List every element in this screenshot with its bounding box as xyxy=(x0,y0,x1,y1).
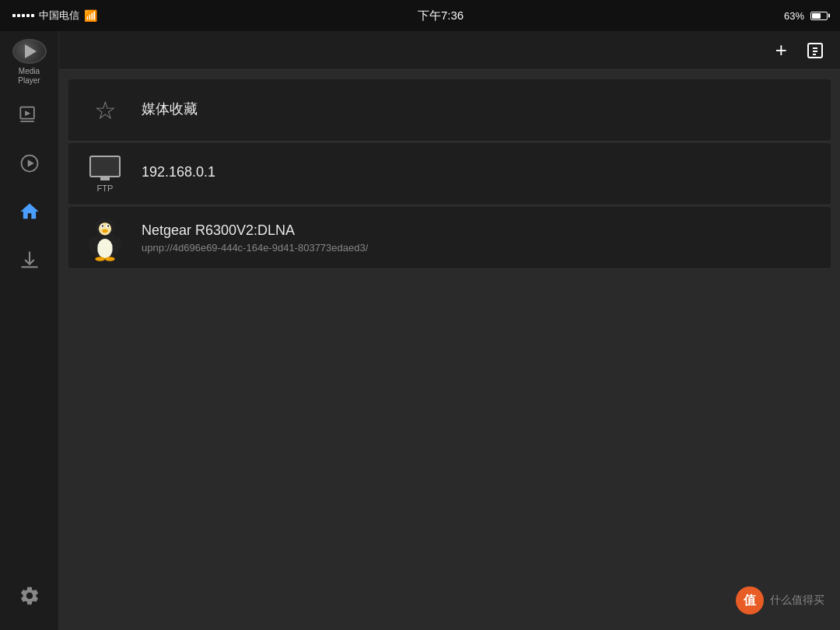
list-item-favorites[interactable]: ☆ 媒体收藏 xyxy=(68,79,831,142)
list-item-ftp[interactable]: FTP 192.168.0.1 xyxy=(68,143,831,205)
ftp-text: 192.168.0.1 xyxy=(142,164,815,184)
settings-icon xyxy=(19,585,40,607)
svg-point-16 xyxy=(102,225,103,226)
watermark: 值 什么值得买 xyxy=(736,586,824,614)
edit-icon xyxy=(806,41,824,60)
svg-point-17 xyxy=(107,225,109,226)
monitor-icon xyxy=(89,156,121,177)
logo-circle xyxy=(12,39,47,64)
status-left: 中国电信 📶 xyxy=(12,9,97,23)
network-icon xyxy=(19,201,40,222)
sidebar: MediaPlayer xyxy=(0,31,59,630)
ftp-label: FTP xyxy=(97,184,114,193)
ftp-title: 192.168.0.1 xyxy=(142,164,815,180)
signal-icon xyxy=(12,14,34,17)
wifi-icon: 📶 xyxy=(84,9,97,22)
ftp-icon-container: FTP xyxy=(84,153,126,195)
battery-icon xyxy=(810,12,828,20)
dlna-subtitle: upnp://4d696e69-444c-164e-9d41-803773eda… xyxy=(142,242,815,254)
play-icon xyxy=(25,44,37,58)
toolbar: + xyxy=(59,31,840,70)
svg-marker-1 xyxy=(25,110,30,116)
status-bar: 中国电信 📶 下午7:36 63% xyxy=(0,0,840,31)
main-content: + ☆ 媒体收藏 FTP xyxy=(59,31,840,630)
dlna-title: Netgear R6300V2:DLNA xyxy=(142,222,815,239)
app-name-label: MediaPlayer xyxy=(18,67,40,86)
svg-point-11 xyxy=(97,238,113,257)
svg-marker-4 xyxy=(27,159,33,166)
sidebar-item-now-playing[interactable] xyxy=(8,93,51,137)
download-icon xyxy=(19,249,40,271)
svg-point-13 xyxy=(99,222,111,235)
add-button[interactable]: + xyxy=(775,38,787,62)
sidebar-item-download[interactable] xyxy=(8,238,51,282)
dlna-text: Netgear R6300V2:DLNA upnp://4d696e69-444… xyxy=(142,222,815,254)
carrier-label: 中国电信 xyxy=(39,9,79,23)
tux-icon xyxy=(84,213,126,263)
tux-icon-container xyxy=(84,217,126,259)
app-logo: MediaPlayer xyxy=(8,39,51,86)
sidebar-item-network[interactable] xyxy=(8,190,51,233)
star-icon: ☆ xyxy=(94,96,117,125)
svg-point-21 xyxy=(95,257,105,261)
status-right: 63% xyxy=(784,10,828,22)
favorites-icon-container: ☆ xyxy=(84,89,126,131)
content-area: ☆ 媒体收藏 FTP 192.168.0.1 xyxy=(59,70,840,630)
sidebar-item-settings[interactable] xyxy=(8,574,51,618)
now-playing-icon xyxy=(19,104,40,126)
ftp-icon: FTP xyxy=(89,156,121,193)
list-item-dlna[interactable]: Netgear R6300V2:DLNA upnp://4d696e69-444… xyxy=(68,207,831,269)
favorites-text: 媒体收藏 xyxy=(142,100,815,121)
library-icon xyxy=(19,152,40,174)
svg-point-18 xyxy=(102,229,107,233)
sidebar-item-library[interactable] xyxy=(8,142,51,185)
battery-percent-label: 63% xyxy=(784,10,804,22)
edit-button[interactable] xyxy=(806,41,824,60)
svg-point-22 xyxy=(105,257,115,261)
watermark-label: 什么值得买 xyxy=(770,593,824,607)
favorites-title: 媒体收藏 xyxy=(142,100,815,118)
watermark-logo: 值 xyxy=(736,586,764,614)
status-time: 下午7:36 xyxy=(418,9,464,23)
